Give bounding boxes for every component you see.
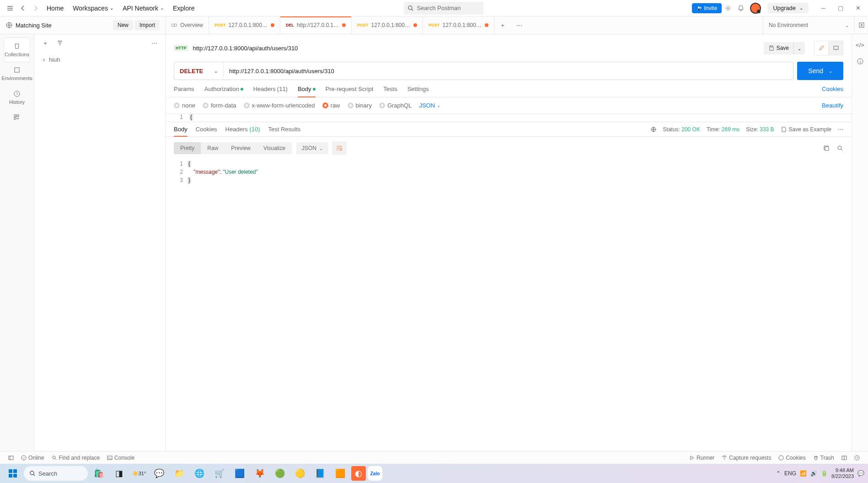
copy-icon[interactable]	[823, 145, 830, 151]
tray-chevron-icon[interactable]: ⌃	[776, 470, 781, 477]
body-raw[interactable]: raw	[322, 102, 340, 109]
hamburger-icon[interactable]	[4, 2, 16, 15]
taskbar-explorer-icon[interactable]: 📁	[170, 464, 188, 483]
taskbar-edge-icon[interactable]: 🌐	[190, 464, 209, 483]
tray-language[interactable]: ENG	[784, 470, 796, 477]
sidebar-toggle-icon[interactable]	[5, 455, 17, 461]
filter-icon[interactable]	[54, 37, 66, 49]
tab-overview[interactable]: Overview	[166, 16, 209, 34]
sidebar-history[interactable]: History	[4, 86, 30, 109]
taskbar-taskview-icon[interactable]: ◨	[110, 464, 128, 483]
tab-request-3[interactable]: POST 127.0.0.1:8000/api/a	[352, 16, 423, 34]
sidebar-collections[interactable]: Collections	[4, 38, 30, 62]
cookies-link[interactable]: Cookies	[822, 86, 843, 97]
resp-tab-headers[interactable]: Headers (10)	[225, 126, 260, 136]
nav-explore[interactable]: Explore	[168, 2, 199, 15]
two-pane-icon[interactable]	[838, 455, 851, 461]
nav-api-network[interactable]: API Network⌄	[118, 2, 168, 15]
request-body-editor[interactable]: 1 {	[166, 113, 852, 122]
edit-icon[interactable]	[814, 41, 829, 55]
collection-more-icon[interactable]: ⋯	[148, 37, 161, 49]
view-visualize[interactable]: Visualize	[257, 142, 292, 154]
resp-tab-cookies[interactable]: Cookies	[196, 126, 217, 136]
tab-authorization[interactable]: Authorization	[204, 86, 243, 97]
globe-icon[interactable]	[650, 126, 657, 133]
notifications-icon[interactable]	[734, 2, 747, 15]
capture-button[interactable]: Capture requests	[718, 455, 775, 461]
body-format-select[interactable]: JSON⌄	[419, 102, 440, 109]
taskbar-search[interactable]: Search	[24, 466, 88, 481]
body-xwww[interactable]: x-www-form-urlencoded	[244, 102, 315, 109]
console-button[interactable]: Console	[103, 455, 138, 461]
comment-icon[interactable]	[829, 41, 843, 55]
settings-icon[interactable]	[722, 2, 734, 15]
wrap-lines-button[interactable]	[332, 141, 347, 155]
taskbar-app-1[interactable]: 💬	[150, 464, 168, 483]
save-dropdown[interactable]: ⌄	[793, 42, 805, 54]
view-pretty[interactable]: Pretty	[174, 142, 201, 154]
minimize-icon[interactable]: ─	[817, 2, 830, 15]
find-replace-button[interactable]: Find and replace	[48, 455, 103, 461]
method-select[interactable]: DELETE ⌄	[174, 62, 224, 80]
beautify-button[interactable]: Beautify	[822, 102, 843, 109]
body-formdata[interactable]: form-data	[203, 102, 236, 109]
taskbar-vscode-icon[interactable]: 📘	[311, 464, 329, 483]
taskbar-weather-icon[interactable]: ☀️31°	[130, 464, 148, 483]
resp-tab-testresults[interactable]: Test Results	[268, 126, 301, 136]
taskbar-chrome-icon[interactable]: 🟢	[271, 464, 289, 483]
environment-selector[interactable]: No Environment ⌄	[763, 16, 854, 34]
tray-wifi-icon[interactable]: 📶	[800, 470, 807, 477]
trash-button[interactable]: Trash	[809, 455, 838, 461]
avatar[interactable]	[750, 3, 761, 14]
tab-settings[interactable]: Settings	[407, 86, 429, 97]
sidebar-environments[interactable]: Environments	[4, 62, 30, 86]
import-button[interactable]: Import	[135, 20, 160, 30]
url-input[interactable]: http://127.0.0.1:8000/api/auth/users/310	[224, 62, 793, 80]
windows-start-icon[interactable]	[4, 464, 22, 483]
resp-tab-body[interactable]: Body	[174, 126, 188, 136]
taskbar-chrome-canary-icon[interactable]: 🟡	[291, 464, 309, 483]
close-icon[interactable]: ✕	[852, 2, 864, 15]
nav-workspaces[interactable]: Workspaces⌄	[68, 2, 118, 15]
taskbar-app-2[interactable]: 🟦	[230, 464, 249, 483]
env-quicklook-icon[interactable]	[854, 16, 868, 34]
taskbar-xampp-icon[interactable]: 🟧	[331, 464, 349, 483]
body-graphql[interactable]: GraphQL	[379, 102, 412, 109]
tab-more-button[interactable]: ⋯	[511, 16, 527, 34]
tab-prerequest[interactable]: Pre-request Script	[326, 86, 374, 97]
tab-body[interactable]: Body	[298, 86, 316, 97]
view-preview[interactable]: Preview	[225, 142, 257, 154]
view-raw[interactable]: Raw	[201, 142, 225, 154]
nav-home[interactable]: Home	[42, 2, 68, 15]
request-title[interactable]: http://127.0.0.1:8000/api/auth/users/310	[193, 45, 759, 52]
save-example-button[interactable]: Save as Example	[781, 126, 831, 133]
search-icon[interactable]	[837, 145, 843, 151]
new-button[interactable]: New	[113, 20, 133, 30]
send-button[interactable]: Send ⌄	[797, 62, 843, 80]
tray-volume-icon[interactable]: 🔊	[810, 470, 817, 477]
info-icon[interactable]	[857, 58, 864, 65]
forward-icon[interactable]	[29, 2, 42, 15]
invite-button[interactable]: Invite	[692, 3, 722, 13]
add-collection-button[interactable]: +	[39, 37, 52, 49]
resp-more-icon[interactable]: ⋯	[838, 126, 843, 133]
code-snippet-icon[interactable]: </>	[856, 42, 864, 48]
cookies-button[interactable]: Cookies	[775, 455, 809, 461]
taskbar-store-icon[interactable]: 🛒	[210, 464, 229, 483]
sidebar-configure[interactable]	[4, 109, 30, 126]
back-icon[interactable]	[16, 2, 29, 15]
tab-tests[interactable]: Tests	[383, 86, 397, 97]
taskbar-widgets-icon[interactable]: 🛍️	[90, 464, 108, 483]
tab-request-4[interactable]: POST 127.0.0.1:8000/api/u	[423, 16, 494, 34]
tab-request-2[interactable]: DEL http://127.0.0.1:8000/	[280, 16, 352, 34]
tab-params[interactable]: Params	[174, 86, 194, 97]
search-input[interactable]: Search Postman	[404, 2, 483, 15]
body-binary[interactable]: binary	[348, 102, 372, 109]
tab-headers[interactable]: Headers (11)	[253, 86, 288, 97]
collection-item[interactable]: hiuh	[40, 54, 160, 66]
taskbar-postman-icon[interactable]: ◐	[351, 466, 366, 481]
body-none[interactable]: none	[174, 102, 195, 109]
resp-format-select[interactable]: JSON⌄	[296, 142, 328, 154]
add-tab-button[interactable]: +	[494, 16, 511, 34]
save-button[interactable]: Save	[764, 42, 793, 54]
